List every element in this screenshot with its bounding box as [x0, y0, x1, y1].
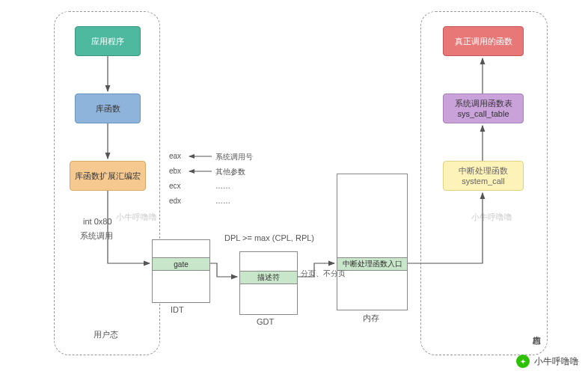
eax-label: eax: [169, 152, 181, 160]
realfn-label: 真正调用的函数: [455, 36, 512, 47]
syscalltable-label: 系统调用函数表 sys_call_table: [455, 98, 512, 120]
paging-label: 分页、不分页: [301, 269, 346, 279]
footer-label: 小牛呼噜噜: [534, 355, 579, 368]
idt-label: IDT: [171, 305, 184, 314]
syscallno-label: 系统调用号: [215, 152, 253, 162]
gdt-label: GDT: [257, 317, 274, 326]
otherparam-label: 其他参数: [215, 167, 245, 177]
libfn-node: 库函数: [75, 94, 141, 123]
gate-label: gate: [174, 260, 188, 269]
watermark-left: 小牛呼噜噜: [116, 212, 157, 223]
dots1-label: ……: [215, 182, 230, 190]
libfn-label: 库函数: [96, 103, 120, 114]
handler-node: 中断处理函数 system_call: [443, 161, 524, 191]
syscalltable-node: 系统调用函数表 sys_call_table: [443, 94, 524, 123]
dots2-label: ……: [215, 197, 230, 205]
mem-label: 内存: [363, 313, 379, 324]
entry-label: 中断处理函数入口: [343, 259, 402, 269]
descriptor-label: 描述符: [257, 272, 280, 283]
libasm-node: 库函数扩展汇编宏: [70, 161, 146, 191]
footer: ✦ 小牛呼噜噜: [516, 355, 579, 368]
dpl-label: DPL >= max (CPL, RPL): [224, 233, 314, 242]
handler-label: 中断处理函数 system_call: [459, 165, 508, 187]
idt-box: [152, 239, 210, 303]
ecx-label: ecx: [169, 182, 181, 190]
syscall-label: 系统调用: [80, 230, 113, 242]
entry-cell: 中断处理函数入口: [337, 257, 408, 271]
memory-box: [337, 174, 408, 310]
app-label: 应用程序: [91, 36, 124, 47]
int80-label: int 0x80: [83, 217, 112, 226]
wechat-icon: ✦: [516, 355, 530, 368]
libasm-label: 库函数扩展汇编宏: [75, 171, 141, 182]
descriptor-cell: 描述符: [239, 271, 298, 284]
userland-label: 用户态: [94, 329, 118, 340]
ebx-label: ebx: [169, 167, 181, 175]
realfn-node: 真正调用的函数: [443, 26, 524, 56]
gate-cell: gate: [152, 257, 210, 271]
watermark-right: 小牛呼噜噜: [471, 212, 512, 223]
edx-label: edx: [169, 197, 181, 205]
app-node: 应用程序: [75, 26, 141, 56]
